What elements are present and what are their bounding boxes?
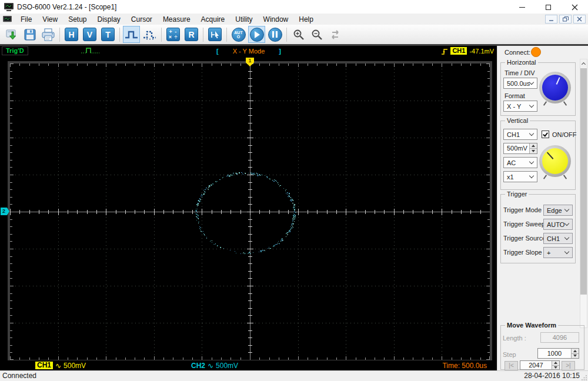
scope-channel-bar: CH1 ∿ 500mV CH2 ∿ 500mV Time: 500.0us <box>5 360 493 370</box>
menu-help[interactable]: Help <box>293 15 319 24</box>
menu-file[interactable]: File <box>15 15 37 24</box>
chevron-down-icon <box>529 173 534 178</box>
spin-up-icon[interactable] <box>530 143 537 148</box>
toolbar-separator <box>59 28 60 42</box>
datetime: 28-04-2016 10:15 <box>524 372 580 380</box>
chevron-down-icon <box>529 131 534 136</box>
connect-label: Connect: <box>505 49 530 56</box>
panel-scrollbar[interactable] <box>580 59 587 328</box>
menu-view[interactable]: View <box>37 15 63 24</box>
vertical-knob[interactable] <box>539 145 571 177</box>
menu-display[interactable]: Display <box>92 15 126 24</box>
print-button[interactable] <box>39 26 56 43</box>
format-select[interactable]: X - Y <box>503 101 537 112</box>
spin-down-icon[interactable] <box>572 353 579 359</box>
reference-button[interactable]: R <box>183 26 200 43</box>
channel2-badge: CH2 <box>191 362 205 370</box>
zoom-in-icon <box>293 29 305 41</box>
channel1-coupling-icon: ∿ <box>55 362 61 370</box>
trigger-group-title: Trigger <box>505 190 529 198</box>
pause-icon <box>268 28 282 42</box>
autoset-button[interactable]: AUTO <box>230 26 247 43</box>
scroll-up-button[interactable] <box>580 59 587 68</box>
math-button[interactable]: + - × ÷ <box>165 26 182 43</box>
print-icon <box>41 28 55 41</box>
spin-up-icon[interactable] <box>572 349 579 353</box>
channel1-badge: CH1 <box>35 362 53 369</box>
move-first-button[interactable]: |< <box>505 361 518 370</box>
scrollbar-thumb[interactable] <box>580 68 587 295</box>
spin-down-icon[interactable] <box>530 148 537 153</box>
menu-window[interactable]: Window <box>258 15 294 24</box>
trigger-settings-button[interactable]: T <box>99 26 116 43</box>
resize-grip[interactable] <box>582 375 587 380</box>
menu-setup[interactable]: Setup <box>63 15 92 24</box>
horizontal-settings-button[interactable]: H <box>63 26 80 43</box>
onoff-label: ON/OFF <box>552 131 577 138</box>
onoff-checkbox[interactable] <box>542 131 549 138</box>
time-div-select[interactable]: 500.0us <box>503 78 537 89</box>
pulse-icon <box>125 29 139 40</box>
pause-button[interactable] <box>266 26 283 43</box>
maximize-button[interactable] <box>535 0 562 14</box>
child-restore-button[interactable] <box>559 15 572 24</box>
display-mode-indicator: [ X - Y Mode ] <box>216 46 281 55</box>
menu-utility[interactable]: Utility <box>230 15 258 24</box>
save-button[interactable] <box>21 26 38 43</box>
move-last-button[interactable]: >| <box>562 361 575 370</box>
coupling-select[interactable]: AC <box>503 157 537 168</box>
trigger-status: Trig'D <box>2 46 28 55</box>
vertical-settings-button[interactable]: V <box>81 26 98 43</box>
timebase-readout: Time: 500.0us <box>442 362 487 370</box>
trigger-source-label: Trigger Source <box>503 235 546 242</box>
normal-acquire-button[interactable] <box>123 26 140 43</box>
channel1-scale: 500mV <box>64 362 86 370</box>
chevron-down-icon <box>564 207 569 212</box>
connect-status-indicator[interactable] <box>531 47 541 57</box>
status-bar: Connected 28-04-2016 10:15 <box>0 370 588 381</box>
minimize-icon <box>519 7 525 8</box>
vertical-group-title: Vertical <box>505 117 530 124</box>
chevron-down-icon <box>564 249 569 254</box>
trigger-source-select[interactable]: CH1 <box>543 233 573 244</box>
transfer-icon <box>329 30 342 39</box>
trigger-slope-select[interactable]: + <box>543 247 573 258</box>
trigger-mode-select[interactable]: Edge <box>543 205 573 216</box>
child-restore-icon <box>563 16 569 22</box>
trigger-slope-label: Trigger Slope <box>503 249 542 256</box>
waveform-display[interactable] <box>10 63 490 360</box>
channel-select[interactable]: CH1 <box>503 129 537 140</box>
horizontal-knob[interactable] <box>539 72 571 103</box>
import-button[interactable] <box>3 26 20 43</box>
spin-down-icon[interactable] <box>552 365 559 370</box>
child-close-button[interactable] <box>573 15 586 24</box>
menu-acquire[interactable]: Acquire <box>196 15 230 24</box>
move-waveform-title: Move Waveform <box>505 322 558 329</box>
window-title: DSO-6000 Ver2.1.24 - [Scope1] <box>17 3 116 11</box>
probe-select[interactable]: x1 <box>503 171 537 182</box>
zoom-out-button[interactable] <box>308 26 325 43</box>
child-minimize-button[interactable] <box>545 15 557 24</box>
channel1-readout: CH1 ∿ 500mV <box>35 362 86 370</box>
title-bar: DSO-6000 Ver2.1.24 - [Scope1] <box>0 0 588 14</box>
step-stepper[interactable]: 1000 <box>537 348 579 359</box>
child-close-icon <box>577 16 582 22</box>
zoom-in-button[interactable] <box>290 26 307 43</box>
app-icon <box>4 3 14 11</box>
position-stepper[interactable]: 2047 <box>520 360 560 370</box>
trigger-mode-label: Trigger Mode <box>503 206 542 213</box>
single-acquire-button[interactable] <box>141 26 158 43</box>
minimize-button[interactable] <box>509 0 535 14</box>
close-icon <box>572 4 578 11</box>
menu-measure[interactable]: Measure <box>158 15 196 24</box>
close-button[interactable] <box>562 0 588 14</box>
run-button[interactable] <box>248 26 265 43</box>
maximize-icon <box>546 5 551 10</box>
cursor-measure-button[interactable] <box>206 26 223 43</box>
chevron-down-icon <box>564 221 569 226</box>
volts-div-stepper[interactable]: 500mV <box>503 143 537 154</box>
menu-cursor[interactable]: Cursor <box>126 15 158 24</box>
transfer-button[interactable] <box>326 26 343 43</box>
check-icon <box>543 131 548 136</box>
trigger-sweep-select[interactable]: AUTO <box>543 219 573 230</box>
